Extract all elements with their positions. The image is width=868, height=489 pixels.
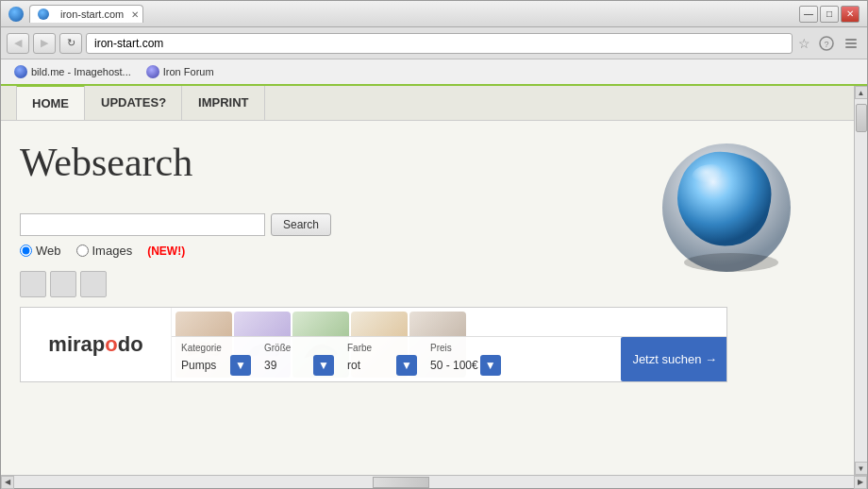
svg-rect-4 (845, 46, 857, 48)
filter-select-1: 39 ▼ (264, 355, 334, 376)
filter-value-3: 50 - 100€ (430, 359, 478, 372)
jetzt-suchen-button[interactable]: Jetzt suchen → (621, 337, 727, 381)
scroll-track (855, 99, 868, 462)
svg-text:?: ? (824, 40, 828, 49)
svg-rect-2 (845, 39, 857, 41)
browser-tab[interactable]: iron-start.com ✕ (29, 5, 143, 23)
main-area: Websearch Search Web Image (1, 121, 854, 420)
bookmarks-bar: bild.me - Imagehost... Iron Forum (1, 59, 867, 86)
page-content: HOME UPDATES? IMPRINT (1, 86, 854, 475)
radio-web[interactable]: Web (20, 244, 61, 258)
globe-graphic (656, 130, 797, 281)
bookmark-label-1: bild.me - Imagehost... (31, 66, 131, 77)
vertical-scrollbar: ▲ ▼ (854, 86, 867, 475)
maximize-button[interactable]: □ (820, 6, 839, 23)
filter-arrow-0[interactable]: ▼ (230, 355, 251, 376)
filter-value-1: 39 (264, 359, 311, 372)
browser-window: iron-start.com ✕ — □ ✕ ◀ ▶ ↻ ☆ ? bild.me… (0, 0, 868, 489)
filter-label-2: Farbe (347, 343, 417, 353)
filter-groesse: Größe 39 ▼ (264, 343, 334, 376)
filter-arrow-1[interactable]: ▼ (313, 355, 334, 376)
horizontal-scrollbar: ◀ ▶ (1, 475, 867, 488)
filter-value-2: rot (347, 359, 394, 372)
close-button[interactable]: ✕ (841, 6, 860, 23)
thumb-3[interactable] (80, 271, 107, 297)
filter-select-3: 50 - 100€ ▼ (430, 355, 501, 376)
filter-preis: Preis 50 - 100€ ▼ (430, 343, 501, 376)
minimize-button[interactable]: — (799, 6, 818, 23)
filter-arrow-2[interactable]: ▼ (396, 355, 417, 376)
filter-label-1: Größe (264, 343, 334, 353)
svg-rect-3 (845, 42, 857, 44)
nav-tabs: HOME UPDATES? IMPRINT (1, 86, 854, 121)
bookmark-favicon-1 (14, 65, 27, 78)
filter-value-0: Pumps (181, 359, 228, 372)
back-button[interactable]: ◀ (7, 33, 29, 54)
thumb-2[interactable] (50, 271, 76, 297)
h-scroll-track (14, 476, 854, 489)
tab-label: iron-start.com (60, 8, 124, 20)
filter-label-0: Kategorie (181, 343, 251, 353)
bookmark-iron-forum[interactable]: Iron Forum (141, 63, 220, 80)
radio-images[interactable]: Images (76, 244, 133, 258)
filter-select-2: rot ▼ (347, 355, 417, 376)
tab-updates[interactable]: UPDATES? (85, 86, 182, 120)
scroll-thumb[interactable] (856, 104, 867, 132)
bookmark-label-2: Iron Forum (163, 66, 214, 77)
browser-content: HOME UPDATES? IMPRINT (1, 86, 867, 475)
scroll-up-button[interactable]: ▲ (855, 86, 868, 99)
h-scroll-thumb[interactable] (373, 477, 429, 488)
tab-home[interactable]: HOME (16, 86, 85, 120)
scroll-left-button[interactable]: ◀ (1, 476, 14, 489)
mirapodo-ad: mirapodo (20, 307, 727, 382)
address-bar: ◀ ▶ ↻ ☆ ? (1, 27, 867, 59)
new-badge: (NEW!) (147, 244, 185, 258)
filter-kategorie: Kategorie Pumps ▼ (181, 343, 251, 376)
browser-icon (8, 7, 24, 22)
filter-bar: Kategorie Pumps ▼ Größe 39 ▼ (172, 336, 727, 381)
title-bar: iron-start.com ✕ — □ ✕ (1, 1, 867, 27)
bookmark-favicon-2 (146, 65, 159, 78)
svg-point-6 (692, 164, 733, 191)
filter-select-0: Pumps ▼ (181, 355, 251, 376)
search-button[interactable]: Search (271, 213, 331, 236)
tab-close-button[interactable]: ✕ (131, 9, 139, 20)
window-controls: — □ ✕ (799, 6, 860, 23)
thumb-1[interactable] (20, 271, 46, 297)
mirapodo-logo: mirapodo (21, 308, 172, 381)
address-input[interactable] (86, 33, 793, 54)
forward-button[interactable]: ▶ (33, 33, 56, 54)
logo-dot: o (105, 332, 117, 357)
scroll-right-button[interactable]: ▶ (854, 476, 867, 489)
reload-button[interactable]: ↻ (59, 33, 82, 54)
filter-label-3: Preis (430, 343, 501, 353)
bookmark-star-icon[interactable]: ☆ (798, 36, 810, 51)
extra-btn-1[interactable]: ? (816, 33, 837, 54)
tab-imprint[interactable]: IMPRINT (182, 86, 264, 120)
filter-farbe: Farbe rot ▼ (347, 343, 417, 376)
tab-favicon (38, 8, 49, 20)
extra-btn-2[interactable] (841, 33, 861, 54)
ad-area: mirapodo (20, 307, 835, 411)
svg-point-7 (684, 253, 778, 272)
search-input[interactable] (20, 213, 265, 236)
scroll-down-button[interactable]: ▼ (855, 462, 868, 475)
filter-arrow-3[interactable]: ▼ (480, 355, 501, 376)
bookmark-bild-me[interactable]: bild.me - Imagehost... (8, 63, 137, 80)
